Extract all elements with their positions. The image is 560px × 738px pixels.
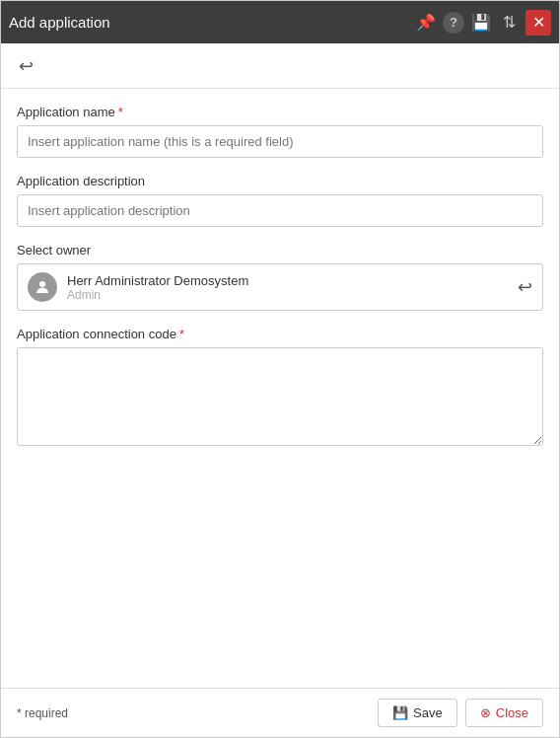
toolbar: ↩ [1, 43, 559, 89]
title-bar: Add application 📌 ? 💾 ⇅ ✕ [1, 1, 559, 43]
app-desc-label: Application description [17, 174, 543, 188]
save-file-icon[interactable]: 💾 [470, 12, 492, 34]
app-desc-field-group: Application description [17, 174, 543, 227]
owner-name: Herr Administrator Demosystem [67, 273, 248, 288]
close-button[interactable]: ⊗ Close [465, 699, 543, 727]
footer-actions: 💾 Save ⊗ Close [378, 699, 543, 727]
help-icon[interactable]: ? [443, 12, 464, 34]
save-icon: 💾 [392, 705, 408, 720]
app-name-input[interactable] [17, 125, 543, 158]
content-area: Application name* Application descriptio… [1, 89, 559, 688]
footer: * required 💾 Save ⊗ Close [1, 688, 559, 737]
app-connection-label: Application connection code* [17, 327, 543, 341]
close-label: Close [496, 705, 528, 720]
owner-box: Herr Administrator Demosystem Admin ↩ [17, 263, 543, 311]
owner-role: Admin [67, 288, 248, 302]
owner-details: Herr Administrator Demosystem Admin [67, 273, 248, 302]
resize-icon[interactable]: ⇅ [498, 12, 520, 34]
required-star-2: * [179, 327, 184, 341]
app-name-label: Application name* [17, 105, 543, 119]
owner-avatar [28, 272, 57, 302]
app-name-field-group: Application name* [17, 105, 543, 158]
save-label: Save [413, 705, 443, 720]
window-title: Add application [9, 14, 110, 31]
back-button[interactable]: ↩ [13, 51, 39, 81]
select-owner-label: Select owner [17, 243, 543, 258]
title-bar-icons: 📌 ? 💾 ⇅ ✕ [415, 10, 551, 36]
save-button[interactable]: 💾 Save [378, 699, 457, 727]
app-connection-field-group: Application connection code* [17, 327, 543, 449]
owner-reset-button[interactable]: ↩ [518, 276, 532, 298]
required-star: * [118, 105, 123, 119]
close-icon: ⊗ [480, 705, 491, 720]
select-owner-field-group: Select owner Herr Administrator Demosyst… [17, 243, 543, 311]
window: Add application 📌 ? 💾 ⇅ ✕ ↩ Application … [0, 0, 560, 738]
app-connection-input[interactable] [17, 347, 543, 446]
svg-point-0 [39, 281, 45, 287]
close-window-button[interactable]: ✕ [525, 10, 551, 36]
required-note: * required [17, 706, 68, 720]
pin-icon[interactable]: 📌 [415, 12, 437, 34]
owner-info: Herr Administrator Demosystem Admin [28, 272, 248, 302]
app-desc-input[interactable] [17, 194, 543, 227]
